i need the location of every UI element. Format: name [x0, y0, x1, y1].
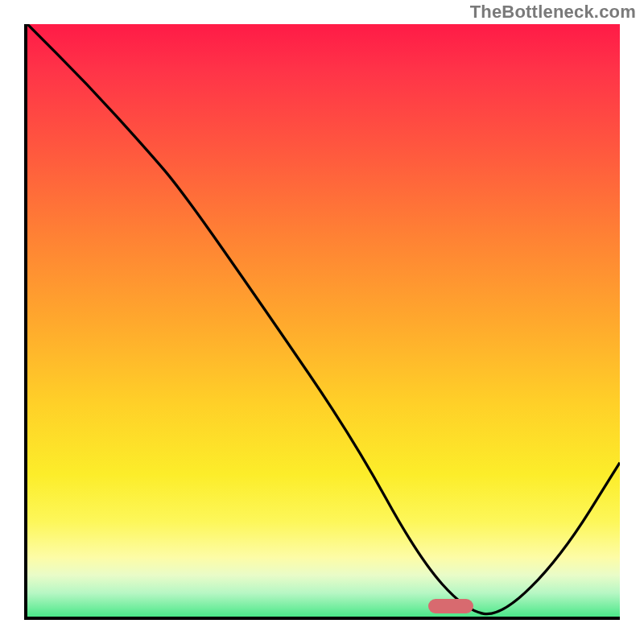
- optimal-marker: [428, 599, 473, 613]
- bottleneck-chart: [24, 24, 620, 620]
- attribution-text: TheBottleneck.com: [470, 2, 636, 23]
- chart-background-gradient: [27, 24, 620, 617]
